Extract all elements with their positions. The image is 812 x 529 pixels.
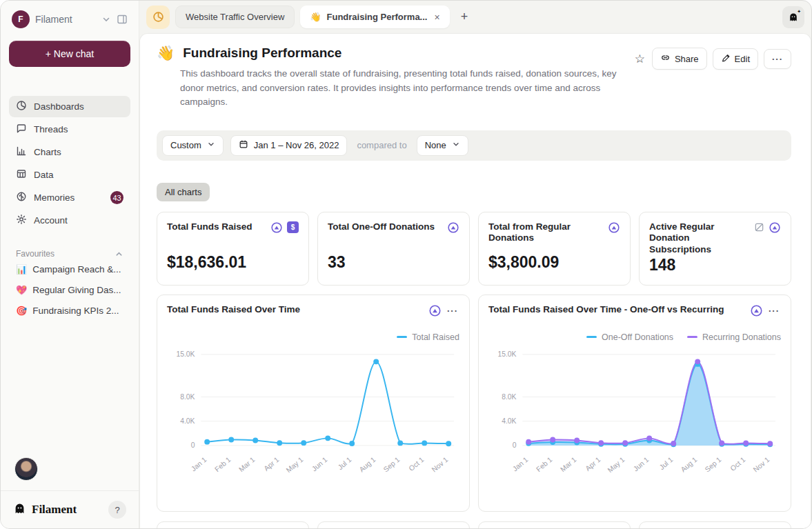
- sidebar-item-dashboards[interactable]: Dashboards: [9, 96, 130, 117]
- compared-to-label: compared to: [354, 140, 409, 150]
- sidebar-item-data[interactable]: Data: [9, 164, 130, 186]
- sidebar-item-memories[interactable]: Memories 43: [9, 187, 130, 208]
- edit-button[interactable]: Edit: [713, 48, 758, 70]
- sidebar-item-threads[interactable]: Threads: [9, 119, 130, 140]
- charts-row: Total Funds Raised Over Time ··· Total R…: [157, 295, 791, 512]
- page-description: This dashboard tracks the overall state …: [180, 67, 633, 110]
- area-chart-svg[interactable]: 04.0K8.0K15.0KJan 1Feb 1Mar 1Apr 1May 1J…: [488, 345, 781, 498]
- kpi-card-total-one-off-donations: Total One-Off Donations 33: [317, 212, 470, 286]
- metric-circle-icon[interactable]: [447, 221, 459, 234]
- sidebar-item-label: Data: [34, 170, 54, 180]
- svg-text:4.0K: 4.0K: [502, 417, 516, 425]
- favourite-item[interactable]: 📊 Campaign Reach &...: [9, 259, 130, 279]
- brand-name: Filament: [32, 503, 77, 517]
- tab-website-traffic-overview[interactable]: Website Traffic Overview: [175, 6, 295, 28]
- svg-text:May 1: May 1: [285, 455, 305, 474]
- chart-legend: One-Off DonationsRecurring Donations: [488, 332, 781, 342]
- legend-label: Total Raised: [412, 332, 459, 342]
- more-options-icon[interactable]: ···: [764, 49, 791, 69]
- main-area: Website Traffic Overview 👋 Fundraising P…: [139, 1, 811, 528]
- sidebar-item-label: Dashboards: [34, 101, 84, 112]
- comparison-select[interactable]: None: [417, 135, 468, 156]
- all-charts-chip[interactable]: All charts: [157, 183, 210, 201]
- workspace-switcher[interactable]: F Filament: [9, 10, 130, 28]
- new-chat-button[interactable]: + New chat: [9, 41, 130, 67]
- legend-item[interactable]: Total Raised: [397, 332, 459, 342]
- close-tab-icon[interactable]: ×: [433, 12, 439, 23]
- chart-more-options-icon[interactable]: ···: [767, 306, 781, 316]
- metric-circle-icon[interactable]: [270, 221, 283, 234]
- svg-text:Nov 1: Nov 1: [430, 455, 450, 473]
- svg-text:Jan 1: Jan 1: [190, 455, 208, 472]
- svg-text:Oct 1: Oct 1: [407, 455, 425, 472]
- sidebar-item-label: Charts: [34, 147, 61, 157]
- favourite-item-label: Campaign Reach &...: [32, 264, 121, 275]
- wave-emoji-icon: 👋: [310, 12, 321, 22]
- target-emoji-icon: 🎯: [16, 306, 27, 316]
- svg-text:Apr 1: Apr 1: [584, 455, 602, 472]
- link-icon: [660, 52, 671, 65]
- legend-item[interactable]: One-Off Donations: [586, 332, 673, 342]
- svg-text:Apr 1: Apr 1: [262, 455, 280, 472]
- legend-item[interactable]: Recurring Donations: [687, 332, 781, 342]
- svg-text:8.0K: 8.0K: [502, 392, 516, 400]
- chevron-down-icon[interactable]: [101, 14, 111, 24]
- ghost-logo-icon: [13, 502, 26, 518]
- tab-fundraising-performance[interactable]: 👋 Fundraising Performa... ×: [300, 6, 449, 28]
- favourites-section: Favourites 📊 Campaign Reach &... 💖 Regul…: [9, 249, 130, 321]
- help-button[interactable]: ?: [108, 501, 126, 519]
- line-chart-svg[interactable]: 04.0K8.0K15.0KJan 1Feb 1Mar 1Apr 1May 1J…: [167, 345, 459, 498]
- kpi-card-total-ticket-sales: Total from Ticket Sales: [157, 521, 309, 528]
- pencil-icon: [721, 53, 731, 65]
- kpi-value: $18,636.01: [167, 253, 299, 276]
- sidebar-toggle-icon[interactable]: [117, 14, 128, 25]
- chart-more-options-icon[interactable]: ···: [446, 306, 459, 316]
- chevron-up-icon[interactable]: [115, 250, 123, 259]
- home-dashboard-button[interactable]: [146, 6, 170, 29]
- legend-swatch: [397, 336, 407, 338]
- kpi-card-donation-form-conversion: Donation Form Conversion: [317, 521, 470, 528]
- metric-circle-icon[interactable]: [750, 304, 763, 317]
- svg-text:Sep 1: Sep 1: [382, 455, 402, 473]
- svg-text:15.0K: 15.0K: [497, 350, 516, 358]
- svg-text:Jan 1: Jan 1: [511, 455, 530, 472]
- chart-card-oneoff-vs-recurring: Total Funds Raised Over Time - One-Off v…: [478, 295, 791, 512]
- favourite-star-icon[interactable]: ☆: [633, 50, 646, 68]
- favourite-item[interactable]: 💖 Regular Giving Das...: [9, 279, 130, 300]
- svg-text:Jul 1: Jul 1: [337, 455, 353, 471]
- favourites-label: Favourites: [16, 249, 55, 259]
- kpi-title: Total from Regular Donations: [488, 221, 602, 245]
- heart-emoji-icon: 💖: [16, 285, 27, 295]
- date-range-picker[interactable]: Jan 1 – Nov 26, 2022: [230, 135, 348, 156]
- bar-chart-icon: [16, 146, 27, 159]
- date-range-type-select[interactable]: Custom: [162, 135, 224, 156]
- svg-text:Jul 1: Jul 1: [658, 455, 675, 471]
- favourite-item-label: Regular Giving Das...: [32, 285, 121, 295]
- metric-circle-icon[interactable]: [428, 304, 442, 317]
- share-label: Share: [675, 54, 699, 64]
- pie-chart-icon: [16, 100, 27, 113]
- kpi-value: 33: [328, 253, 459, 276]
- sparkle-icon: ✦: [797, 9, 801, 14]
- no-chart-icon[interactable]: [754, 222, 764, 232]
- tab-label: Fundraising Performa...: [327, 12, 428, 22]
- svg-text:Feb 1: Feb 1: [535, 455, 554, 473]
- chat-bubble-icon: [16, 123, 27, 136]
- metric-circle-icon[interactable]: [769, 221, 781, 234]
- sidebar-item-charts[interactable]: Charts: [9, 141, 130, 163]
- legend-swatch: [687, 336, 697, 338]
- sidebar-item-account[interactable]: Account: [9, 210, 130, 231]
- user-avatar[interactable]: [14, 457, 38, 481]
- chart-card-total-funds-over-time: Total Funds Raised Over Time ··· Total R…: [157, 295, 470, 512]
- new-tab-button[interactable]: +: [455, 10, 474, 24]
- range-type-value: Custom: [170, 140, 201, 150]
- kpi-row: Total Funds Raised $ $18,636.01 Total On…: [157, 212, 791, 286]
- chart-title: Total Funds Raised Over Time: [167, 304, 423, 316]
- favourite-item[interactable]: 🎯 Fundraising KPIs 2...: [9, 300, 130, 321]
- svg-text:Mar 1: Mar 1: [559, 455, 578, 473]
- metric-circle-icon[interactable]: [608, 221, 620, 234]
- kpi-title: Total Funds Raised: [167, 221, 265, 233]
- share-button[interactable]: Share: [652, 48, 707, 70]
- assistant-ghost-button[interactable]: ✦: [782, 6, 804, 28]
- svg-text:0: 0: [191, 441, 195, 449]
